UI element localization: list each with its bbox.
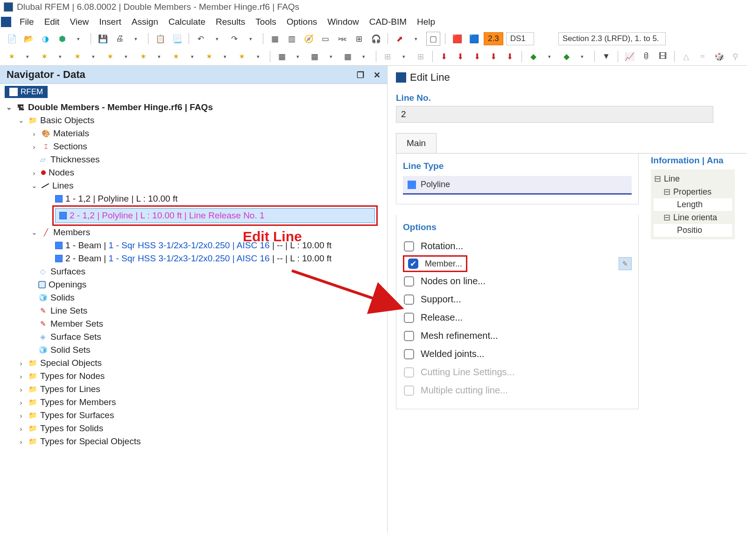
grid2-icon[interactable]: ▦ [308, 49, 322, 63]
menu-results[interactable]: Results [211, 15, 250, 29]
star4-icon[interactable]: ✶ [104, 49, 117, 63]
d8[interactable] [252, 49, 265, 63]
tree-line-1[interactable]: 1 - 1,2 | Polyline | L : 10.00 ft [4, 192, 383, 205]
option-support[interactable]: Support... [403, 290, 632, 308]
gyd1[interactable] [397, 49, 411, 63]
misc3-icon[interactable]: ⚲ [729, 49, 742, 63]
menu-calculate[interactable]: Calculate [164, 15, 210, 29]
d4[interactable] [120, 49, 134, 63]
view2-icon[interactable]: 🛢 [639, 49, 653, 63]
nav-root[interactable]: RFEM [5, 86, 48, 98]
d1[interactable] [21, 49, 35, 63]
tree-basic-objects[interactable]: ⌄ Basic Objects [4, 114, 383, 127]
doc1-icon[interactable]: 📋 [153, 32, 167, 46]
twisty-closed-icon[interactable]: › [17, 359, 25, 367]
gd3[interactable] [358, 49, 371, 63]
tree-surface-sets[interactable]: ◈Surface Sets [4, 330, 383, 343]
grd2[interactable] [576, 49, 590, 63]
d3[interactable] [87, 49, 100, 63]
d7[interactable] [218, 49, 232, 63]
tree-types-members[interactable]: ›Types for Members [4, 396, 383, 409]
dice-icon[interactable]: 🎲 [712, 49, 726, 63]
checkbox-icon[interactable] [404, 331, 414, 341]
tree-lines[interactable]: ⌄ Lines [4, 179, 383, 192]
grid3-icon[interactable]: ▦ [341, 49, 354, 63]
menu-assign[interactable]: Assign [127, 15, 163, 29]
menu-view[interactable]: View [65, 15, 93, 29]
panel-close-icon[interactable]: ✕ [374, 70, 381, 80]
info-orientation[interactable]: ⊟Line orienta [654, 211, 732, 224]
app-menu-icon[interactable] [1, 17, 11, 27]
line-no-input[interactable]: 2 [396, 106, 713, 123]
star8-icon[interactable]: ✶ [235, 49, 249, 63]
support-icon[interactable]: 🎧 [369, 32, 383, 46]
twisty-closed-icon[interactable]: › [17, 412, 25, 420]
green2-icon[interactable]: ◆ [559, 49, 573, 63]
panel-restore-icon[interactable]: ❐ [357, 70, 364, 80]
twisty-closed-icon[interactable]: › [17, 399, 25, 406]
res1-icon[interactable]: 🟥 [450, 32, 464, 46]
gd2[interactable] [324, 49, 338, 63]
block-drop-icon[interactable] [72, 32, 86, 46]
menu-tools[interactable]: Tools [251, 15, 281, 29]
tree-special-objects[interactable]: ›Special Objects [4, 357, 383, 370]
save-icon[interactable]: 💾 [96, 32, 110, 46]
checkbox-icon[interactable] [404, 294, 414, 305]
select-drop-icon[interactable] [409, 32, 423, 46]
option-welded[interactable]: Welded joints... [403, 345, 632, 363]
load3-icon[interactable]: ⬇ [470, 49, 484, 63]
twisty-open-icon[interactable]: ⌄ [30, 228, 38, 237]
load5-icon[interactable]: ⬇ [503, 49, 517, 63]
tree-surfaces[interactable]: ◇Surfaces [4, 265, 383, 278]
open-icon[interactable]: 📂 [21, 32, 35, 46]
tree-materials[interactable]: › 🎨 Materials [4, 127, 383, 140]
star3-icon[interactable]: ✶ [70, 49, 84, 63]
table1-icon[interactable]: ▦ [268, 32, 282, 46]
tree-member-2[interactable]: 2 - Beam | 1 - Sqr HSS 3-1/2x3-1/2x0.250… [4, 252, 383, 265]
gd1[interactable] [291, 49, 305, 63]
tree-solid-sets[interactable]: 🧊Solid Sets [4, 343, 383, 357]
misc2-icon[interactable]: ≈ [696, 49, 709, 63]
checkbox-icon[interactable] [404, 349, 414, 359]
view3-icon[interactable]: 🎞 [656, 49, 669, 63]
doc2-icon[interactable]: 📃 [170, 32, 184, 46]
option-mesh[interactable]: Mesh refinement... [403, 327, 632, 345]
tree-types-nodes[interactable]: ›Types for Nodes [4, 370, 383, 383]
line-type-combo[interactable]: Polyline [403, 176, 632, 195]
menu-help[interactable]: Help [412, 15, 440, 29]
print-drop-icon[interactable] [129, 32, 143, 46]
load1-icon[interactable]: ⬇ [437, 49, 451, 63]
d5[interactable] [153, 49, 166, 63]
info-line[interactable]: ⊟Line [654, 172, 732, 185]
tree-types-lines[interactable]: ›Types for Lines [4, 383, 383, 396]
checkbox-icon[interactable] [404, 276, 414, 287]
redo-icon[interactable]: ↷ [227, 32, 241, 46]
cloud-icon[interactable]: ◑ [38, 32, 52, 46]
info-length[interactable]: Length [654, 198, 732, 211]
collapse-icon[interactable]: ⊟ [663, 187, 670, 197]
star1-icon[interactable]: ✶ [5, 49, 18, 63]
checkbox-checked-icon[interactable]: ✔ [408, 259, 418, 269]
tree-member-sets[interactable]: ✎Member Sets [4, 317, 383, 330]
star7-icon[interactable]: ✶ [202, 49, 216, 63]
star2-icon[interactable]: ✶ [38, 49, 51, 63]
project-nav-icon[interactable]: 🧭 [302, 32, 316, 46]
new-project-icon[interactable]: 📄 [5, 32, 19, 46]
tree-member-1[interactable]: 1 - Beam | 1 - Sqr HSS 3-1/2x3-1/2x0.250… [4, 239, 383, 252]
undo-drop-icon[interactable] [211, 32, 225, 46]
member-edit-button[interactable]: ✎ [619, 257, 632, 270]
twisty-closed-icon[interactable]: › [30, 169, 38, 177]
checkbox-icon[interactable] [404, 313, 414, 323]
twisty-closed-icon[interactable]: › [17, 372, 25, 380]
script-icon[interactable]: >sc [335, 32, 349, 46]
redo-drop-icon[interactable] [244, 32, 258, 46]
tree-nodes[interactable]: › Nodes [4, 166, 383, 179]
grid1-icon[interactable]: ▦ [275, 49, 289, 63]
tree-line-2[interactable]: 2 - 1,2 | Polyline | L : 10.00 ft | Line… [55, 208, 375, 223]
version-badge[interactable]: 2.3 [484, 32, 503, 45]
star5-icon[interactable]: ✶ [136, 49, 150, 63]
green1-icon[interactable]: ◆ [527, 49, 540, 63]
menu-file[interactable]: File [15, 15, 39, 29]
collapse-icon[interactable]: ⊟ [654, 174, 661, 184]
twisty-closed-icon[interactable]: › [17, 425, 25, 433]
